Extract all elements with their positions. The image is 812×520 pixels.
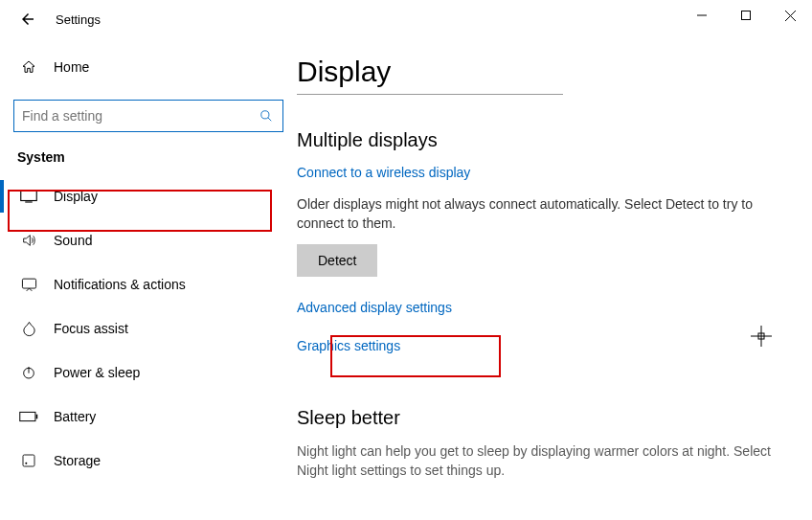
sidebar: Home System Display Sound Notifica [0,38,297,520]
page-title: Display [297,56,563,95]
home-icon [17,59,40,75]
storage-icon [17,453,40,468]
nav-label: Battery [54,409,96,424]
nav-sound[interactable]: Sound [13,218,283,262]
sound-icon [17,233,40,248]
svg-point-4 [261,111,269,119]
nav-label: Storage [54,453,101,468]
display-icon [17,190,40,203]
nav-battery[interactable]: Battery [13,395,283,439]
nav-label: Display [54,189,98,204]
detect-button[interactable]: Detect [297,244,377,277]
sleep-description: Night light can help you get to sleep by… [297,442,774,480]
svg-rect-11 [20,412,35,420]
battery-icon [17,411,40,422]
svg-rect-12 [36,415,38,419]
wireless-display-link[interactable]: Connect to a wireless display [297,165,470,180]
nav-notifications[interactable]: Notifications & actions [13,262,283,306]
search-icon [258,109,275,123]
home-nav[interactable]: Home [13,48,283,86]
advanced-display-link[interactable]: Advanced display settings [297,300,452,315]
search-input[interactable] [22,108,258,124]
close-button[interactable] [768,0,812,31]
notifications-icon [17,277,40,293]
graphics-settings-link[interactable]: Graphics settings [297,338,400,353]
minimize-button[interactable] [680,0,724,31]
section-sleep-better: Sleep better [297,407,774,429]
app-title: Settings [56,12,101,27]
svg-rect-1 [742,11,751,20]
search-box[interactable] [13,100,283,132]
home-label: Home [54,59,89,75]
back-button[interactable] [17,9,38,30]
nav-label: Power & sleep [54,365,140,380]
nav-label: Focus assist [54,321,128,336]
nav-label: Sound [54,233,92,248]
svg-rect-6 [21,191,37,201]
main-content: Display Multiple displays Connect to a w… [297,38,812,520]
category-label: System [13,149,283,165]
power-icon [17,365,40,380]
nav-power-sleep[interactable]: Power & sleep [13,350,283,395]
nav-label: Notifications & actions [54,277,186,292]
svg-rect-8 [22,279,35,288]
titlebar: Settings [0,0,812,38]
svg-rect-13 [23,455,34,466]
window-controls [680,0,812,31]
svg-line-5 [268,118,272,122]
focus-icon [17,321,40,337]
maximize-button[interactable] [724,0,768,31]
nav-display[interactable]: Display [13,174,283,218]
nav-storage[interactable]: Storage [13,439,283,483]
detect-description: Older displays might not always connect … [297,195,774,233]
section-multiple-displays: Multiple displays [297,129,774,151]
svg-point-14 [25,463,27,464]
nav-focus-assist[interactable]: Focus assist [13,306,283,350]
